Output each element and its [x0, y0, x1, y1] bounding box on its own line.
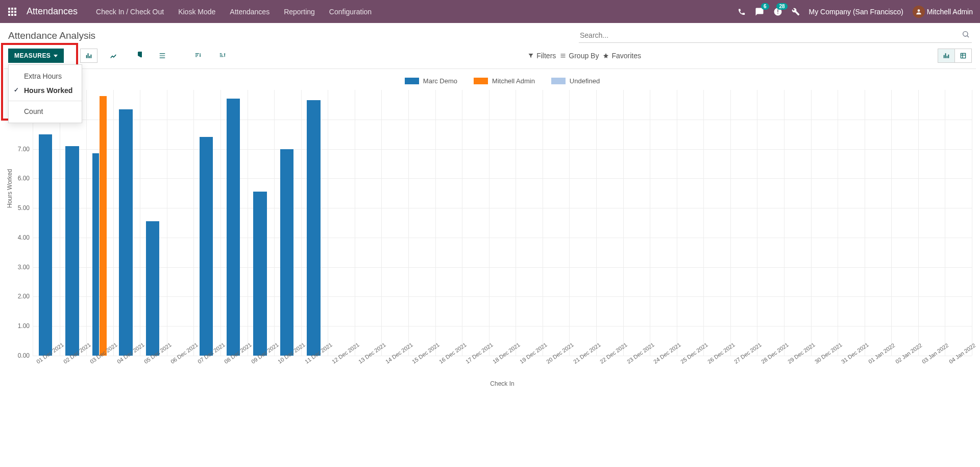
legend-item-1[interactable]: Marc Demo [405, 77, 457, 85]
nav-attendances[interactable]: Attendances [230, 8, 270, 16]
dropdown-separator [9, 101, 82, 101]
chart-plot: 0.001.002.003.004.005.006.007.008.00 [33, 90, 972, 356]
favorites-button[interactable]: Favorites [603, 52, 641, 60]
search-input[interactable] [579, 28, 972, 42]
dropdown-item-hours-worked[interactable]: Hours Worked [9, 83, 82, 98]
graph-view-icon[interactable] [938, 49, 955, 62]
chart-bar[interactable] [307, 100, 320, 356]
chart-area: Hours Worked Marc Demo Mitchell Admin Un… [4, 68, 976, 387]
y-tick-label: 4.00 [11, 234, 30, 241]
y-tick-label: 2.00 [11, 293, 30, 300]
bar-chart-icon[interactable] [80, 49, 97, 63]
company-selector[interactable]: My Company (San Francisco) [809, 8, 903, 16]
sort-asc-icon[interactable] [214, 49, 231, 63]
dropdown-item-extra-hours[interactable]: Extra Hours [9, 69, 82, 83]
nav-kiosk-mode[interactable]: Kiosk Mode [178, 8, 215, 16]
group-by-label: Group By [569, 52, 599, 60]
legend-item-2[interactable]: Mitchell Admin [474, 77, 535, 85]
chart-bar[interactable] [119, 109, 132, 356]
chart-bar[interactable] [280, 149, 293, 356]
pivot-view-icon[interactable] [955, 49, 971, 62]
user-menu[interactable]: Mitchell Admin [913, 6, 973, 18]
dropdown-item-count[interactable]: Count [9, 104, 82, 119]
phone-icon[interactable] [738, 8, 746, 16]
legend-swatch-2 [474, 78, 488, 84]
search-icon[interactable] [962, 30, 970, 40]
legend-swatch-3 [551, 78, 566, 84]
y-tick-label: 5.00 [11, 204, 30, 212]
page-title: Attendance Analysis [8, 30, 95, 41]
group-by-button[interactable]: Group By [560, 52, 599, 60]
chart-bar[interactable] [253, 192, 266, 356]
chart-bar[interactable] [92, 153, 99, 356]
nav-configuration[interactable]: Configuration [329, 8, 372, 16]
svg-point-1 [963, 32, 968, 36]
filters-label: Filters [536, 52, 556, 60]
legend-label-2: Mitchell Admin [492, 77, 535, 85]
svg-point-0 [917, 9, 920, 12]
chart-bar[interactable] [65, 146, 79, 356]
y-tick-label: 0.00 [11, 352, 30, 359]
chart-bar[interactable] [227, 99, 240, 356]
x-axis-title: Check In [33, 380, 972, 387]
activities-badge: 28 [776, 3, 787, 10]
legend-swatch-1 [405, 78, 419, 84]
filters-button[interactable]: Filters [528, 52, 556, 60]
legend-item-3[interactable]: Undefined [551, 77, 600, 85]
messages-badge: 6 [761, 3, 769, 10]
legend-label-1: Marc Demo [423, 77, 457, 85]
y-tick-label: 7.00 [11, 146, 30, 153]
legend-label-3: Undefined [570, 77, 600, 85]
control-row: Attendance Analysis [0, 23, 980, 45]
debug-icon[interactable] [792, 8, 800, 16]
chart-legend: Marc Demo Mitchell Admin Undefined [33, 74, 972, 90]
app-brand[interactable]: Attendances [27, 6, 78, 17]
y-tick-label: 6.00 [11, 175, 30, 182]
search-options: Filters Group By Favorites [528, 52, 641, 60]
y-tick-label: 3.00 [11, 264, 30, 271]
measures-button[interactable]: MEASURES [8, 49, 64, 63]
top-nav: Attendances Check In / Check Out Kiosk M… [0, 0, 980, 23]
chart-bar[interactable] [100, 96, 106, 356]
nav-reporting[interactable]: Reporting [284, 8, 315, 16]
messages-icon[interactable]: 6 [755, 7, 764, 16]
view-switcher [938, 49, 972, 63]
pie-chart-icon[interactable] [129, 48, 146, 63]
funnel-icon [528, 53, 534, 59]
search-wrap [579, 28, 972, 43]
x-axis-labels: 01 Dec 202102 Dec 202103 Dec 202104 Dec … [33, 356, 972, 380]
chart-bar[interactable] [146, 221, 159, 356]
line-chart-icon[interactable] [105, 49, 122, 63]
favorites-label: Favorites [611, 52, 641, 60]
y-tick-label: 1.00 [11, 322, 30, 330]
user-name: Mitchell Admin [927, 8, 973, 16]
avatar [913, 6, 925, 18]
star-icon [603, 53, 609, 59]
chart-bar[interactable] [39, 134, 52, 356]
activities-icon[interactable]: 28 [773, 7, 782, 16]
toolbar-row: MEASURES Filters Group By Favorites [0, 45, 980, 68]
stacked-chart-icon[interactable] [154, 49, 171, 63]
apps-icon[interactable] [7, 7, 17, 17]
caret-down-icon [54, 55, 58, 57]
chart-bar[interactable] [200, 137, 213, 356]
measures-label: MEASURES [14, 52, 51, 59]
list-icon [560, 53, 566, 59]
sort-desc-icon[interactable] [189, 49, 207, 63]
measures-dropdown: Extra Hours Hours Worked Count [8, 64, 82, 123]
nav-right: 6 28 My Company (San Francisco) Mitchell… [738, 6, 973, 18]
main-menu: Check In / Check Out Kiosk Mode Attendan… [96, 8, 728, 16]
nav-check-in-out[interactable]: Check In / Check Out [96, 8, 164, 16]
